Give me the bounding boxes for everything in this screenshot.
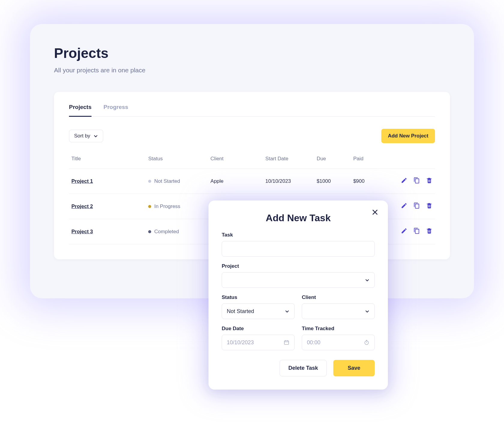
trash-icon[interactable]: [426, 177, 433, 185]
page-title: Projects: [54, 45, 450, 61]
due-date-input[interactable]: 10/10/2023: [222, 335, 295, 350]
delete-task-button[interactable]: Delete Task: [280, 360, 327, 376]
svg-point-1: [365, 341, 369, 345]
chevron-down-icon: [365, 278, 370, 282]
chevron-down-icon: [285, 309, 290, 314]
calendar-icon: [284, 339, 290, 345]
due-date-label: Due Date: [222, 326, 295, 332]
col-paid: Paid: [351, 152, 387, 169]
status-select-value: Not Started: [227, 308, 254, 315]
task-input[interactable]: [222, 241, 375, 257]
task-label: Task: [222, 232, 375, 238]
project-link[interactable]: Project 2: [71, 203, 93, 209]
table-row: Project 1Not StartedApple10/10/2023$1000…: [69, 169, 435, 194]
status-dot-icon: [148, 180, 151, 183]
copy-icon[interactable]: [413, 177, 420, 185]
project-link[interactable]: Project 1: [71, 178, 93, 184]
col-due: Due: [314, 152, 351, 169]
due-cell: $1000: [314, 169, 351, 194]
trash-icon[interactable]: [426, 228, 433, 236]
sort-by-label: Sort by: [74, 133, 90, 139]
stopwatch-icon: [364, 339, 370, 345]
status-text: Not Started: [154, 178, 180, 184]
add-new-project-button[interactable]: Add New Project: [381, 129, 435, 143]
paid-cell: $900: [351, 169, 387, 194]
chevron-down-icon: [93, 134, 98, 138]
start-date-cell: 10/10/2023: [263, 169, 314, 194]
col-start: Start Date: [263, 152, 314, 169]
client-cell: Apple: [208, 169, 263, 194]
tab-projects[interactable]: Projects: [69, 104, 92, 117]
time-tracked-placeholder: 00:00: [307, 339, 320, 346]
col-client: Client: [208, 152, 263, 169]
save-button[interactable]: Save: [333, 360, 375, 376]
status-dot-icon: [148, 230, 151, 233]
modal-title: Add New Task: [222, 212, 375, 224]
trash-icon[interactable]: [426, 202, 433, 210]
tab-progress[interactable]: Progress: [104, 104, 128, 117]
status-text: In Progress: [154, 203, 180, 209]
col-status: Status: [146, 152, 208, 169]
close-icon: [371, 208, 379, 216]
status-cell: In Progress: [148, 203, 180, 209]
table-header-row: Title Status Client Start Date Due Paid: [69, 152, 435, 169]
time-tracked-label: Time Tracked: [302, 326, 375, 332]
edit-icon[interactable]: [401, 177, 407, 185]
chevron-down-icon: [365, 309, 370, 314]
due-date-placeholder: 10/10/2023: [227, 339, 254, 346]
status-label: Status: [222, 294, 295, 300]
time-tracked-input[interactable]: 00:00: [302, 335, 375, 350]
copy-icon[interactable]: [413, 228, 420, 236]
add-new-task-modal: Add New Task Task Project Status Not Sta…: [208, 200, 388, 390]
status-cell: Not Started: [148, 178, 180, 184]
copy-icon[interactable]: [413, 202, 420, 210]
status-text: Completed: [154, 229, 179, 235]
edit-icon[interactable]: [401, 202, 407, 210]
toolbar: Sort by Add New Project: [69, 129, 435, 143]
client-label: Client: [302, 294, 375, 300]
close-button[interactable]: [371, 208, 379, 216]
edit-icon[interactable]: [401, 228, 407, 236]
tabs: Projects Progress: [69, 104, 435, 117]
page-subtitle: All your projects are in one place: [54, 67, 450, 74]
project-link[interactable]: Project 3: [71, 229, 93, 234]
sort-by-button[interactable]: Sort by: [69, 130, 103, 142]
status-dot-icon: [148, 205, 151, 208]
col-title: Title: [69, 152, 146, 169]
project-label: Project: [222, 263, 375, 269]
svg-rect-0: [284, 341, 289, 345]
status-select[interactable]: Not Started: [222, 303, 295, 319]
status-cell: Completed: [148, 229, 179, 235]
client-select[interactable]: [302, 303, 375, 319]
project-select[interactable]: [222, 272, 375, 288]
